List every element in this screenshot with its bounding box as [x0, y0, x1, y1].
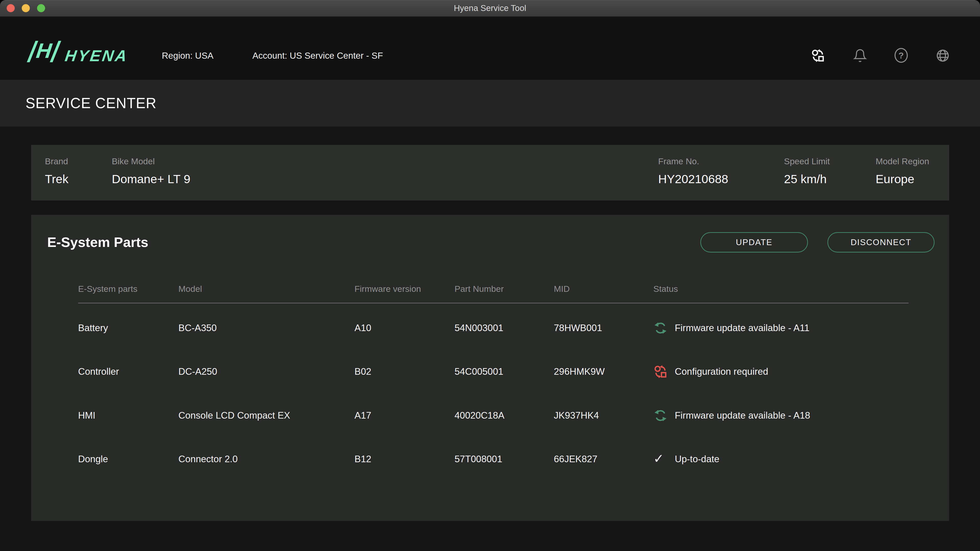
- cell-part: Battery: [78, 319, 108, 337]
- field-value: 25 km/h: [784, 172, 827, 186]
- swap-icon[interactable]: [811, 48, 825, 63]
- hyena-logo-text: HYENA: [64, 49, 129, 62]
- hyena-logo-mark-icon: H: [29, 41, 59, 62]
- help-glyph: ?: [899, 51, 904, 60]
- globe-language-icon[interactable]: [935, 48, 950, 63]
- cell-model: BC-A350: [178, 319, 217, 337]
- field-label: Brand: [45, 156, 68, 166]
- column-header: Model: [178, 280, 202, 298]
- sync-icon: [653, 321, 668, 335]
- cell-firmware: A17: [355, 407, 371, 424]
- status-text: Firmware update available - A18: [675, 410, 810, 421]
- cell-mid: 66JEK827: [554, 450, 597, 468]
- column-header: MID: [554, 280, 570, 298]
- column-header: Firmware version: [355, 280, 421, 298]
- app-window: Hyena Service Tool H HYENA Region: USA A…: [0, 0, 980, 551]
- check-icon: ✓: [653, 450, 668, 468]
- column-header: E-System parts: [78, 280, 137, 298]
- status-cell: Configuration required: [653, 363, 768, 381]
- cell-part-number: 57T008001: [455, 450, 502, 468]
- cell-firmware: B02: [355, 363, 371, 381]
- cell-firmware: B12: [355, 450, 371, 468]
- sync-icon: [653, 408, 668, 423]
- status-cell: Firmware update available - A18: [653, 407, 810, 424]
- field-label: Speed Limit: [784, 156, 830, 166]
- field-value: Trek: [45, 172, 68, 186]
- table-row: HMI Console LCD Compact EX A17 40020C18A…: [31, 407, 949, 424]
- field-label: Bike Model: [112, 156, 155, 166]
- cell-part-number: 54N003001: [455, 319, 503, 337]
- table-row: Controller DC-A250 B02 54C005001 296HMK9…: [31, 363, 949, 381]
- cell-part: Controller: [78, 363, 119, 381]
- status-text: Up-to-date: [675, 454, 719, 465]
- hyena-logo: H HYENA: [29, 40, 128, 62]
- status-cell: Firmware update available - A11: [653, 319, 810, 337]
- cell-mid: 296HMK9W: [554, 363, 605, 381]
- cell-mid: JK937HK4: [554, 407, 599, 424]
- content-area: Brand Trek Bike Model Domane+ LT 9 Frame…: [0, 127, 980, 551]
- field-label: Frame No.: [658, 156, 699, 166]
- e-system-parts-panel: E-System Parts UPDATE DISCONNECT E-Syste…: [31, 215, 949, 521]
- field-label: Model Region: [876, 156, 929, 166]
- update-button[interactable]: UPDATE: [700, 232, 808, 252]
- column-header: Part Number: [455, 280, 504, 298]
- cell-model: Console LCD Compact EX: [178, 407, 290, 424]
- app-header: H HYENA Region: USA Account: US Service …: [0, 17, 980, 80]
- field-value: Domane+ LT 9: [112, 172, 190, 186]
- window-title: Hyena Service Tool: [0, 0, 980, 16]
- table-header-divider: [78, 303, 908, 303]
- account-indicator: Account: US Service Center - SF: [252, 50, 383, 61]
- cell-firmware: A10: [355, 319, 371, 337]
- cell-mid: 78HWB001: [554, 319, 602, 337]
- status-cell: ✓ Up-to-date: [653, 450, 719, 468]
- panel-title: E-System Parts: [47, 234, 148, 250]
- page-title: SERVICE CENTER: [0, 80, 980, 127]
- field-value: Europe: [876, 172, 915, 186]
- table-row: Dongle Connector 2.0 B12 57T008001 66JEK…: [31, 450, 949, 468]
- column-header: Status: [653, 280, 678, 298]
- disconnect-button[interactable]: DISCONNECT: [827, 232, 935, 252]
- help-icon[interactable]: ?: [894, 48, 908, 63]
- region-indicator: Region: USA: [162, 50, 213, 61]
- window-titlebar: Hyena Service Tool: [0, 0, 980, 17]
- cell-model: Connector 2.0: [178, 450, 238, 468]
- notifications-bell-icon[interactable]: [853, 48, 867, 63]
- table-row: Battery BC-A350 A10 54N003001 78HWB001 F…: [31, 319, 949, 337]
- cell-part-number: 40020C18A: [455, 407, 504, 424]
- config-swap-icon: [653, 365, 668, 379]
- status-text: Firmware update available - A11: [675, 323, 810, 333]
- cell-part-number: 54C005001: [455, 363, 503, 381]
- status-text: Configuration required: [675, 366, 768, 377]
- page-heading-band: SERVICE CENTER: [0, 80, 980, 127]
- field-value: HY20210688: [658, 172, 728, 186]
- cell-part: Dongle: [78, 450, 108, 468]
- bike-info-bar: Brand Trek Bike Model Domane+ LT 9 Frame…: [31, 145, 949, 200]
- cell-part: HMI: [78, 407, 95, 424]
- cell-model: DC-A250: [178, 363, 217, 381]
- table-header-row: E-System parts Model Firmware version Pa…: [31, 280, 949, 298]
